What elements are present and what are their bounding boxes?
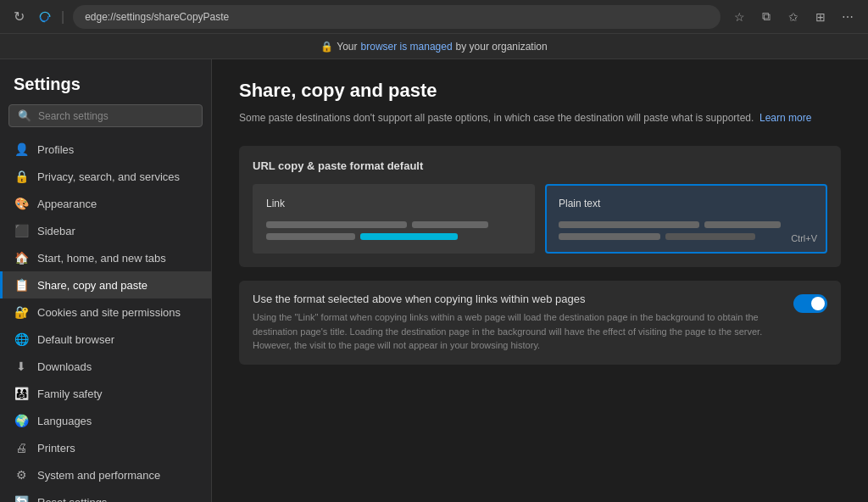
privacy-icon: 🔒: [14, 169, 29, 184]
toolbar-actions: ☆ ⧉ ✩ ⊞ ⋯: [729, 7, 858, 27]
reset-icon: 🔄: [14, 494, 29, 502]
page-title: Share, copy and paste: [239, 80, 841, 102]
url-text: edge://settings/shareCopyPaste: [85, 11, 229, 23]
cookies-icon: 🔐: [14, 304, 29, 320]
content-area: Share, copy and paste Some paste destina…: [212, 59, 868, 502]
title-separator: |: [61, 9, 64, 25]
languages-icon: 🌍: [14, 413, 29, 428]
sidebar-item-downloads[interactable]: ⬇ Downloads: [0, 353, 211, 380]
downloads-label: Downloads: [37, 360, 92, 373]
plain-preview-lines: [559, 221, 814, 240]
reload-button[interactable]: ↻: [10, 8, 27, 25]
link-line-3: [266, 233, 355, 240]
toggle-row: Use the format selected above when copyi…: [239, 281, 841, 365]
favorites-icon[interactable]: ☆: [729, 7, 749, 27]
sidebar-item-languages[interactable]: 🌍 Languages: [0, 407, 211, 434]
privacy-label: Privacy, search, and services: [37, 170, 180, 183]
format-plain-label: Plain text: [559, 198, 814, 209]
sidebar-item-reset[interactable]: 🔄 Reset settings: [0, 488, 211, 502]
sidebar-item-start-home[interactable]: 🏠 Start, home, and new tabs: [0, 244, 211, 271]
page-subtitle: Some paste destinations don't support al…: [239, 110, 841, 126]
format-link-label: Link: [266, 198, 521, 209]
url-section-title: URL copy & paste format default: [253, 159, 827, 172]
cookies-label: Cookies and site permissions: [37, 306, 181, 319]
main-layout: Settings 🔍 👤 Profiles 🔒 Privacy, search,…: [0, 59, 868, 502]
family-icon: 👨‍👩‍👧: [14, 386, 29, 401]
share-icon: 📋: [14, 277, 29, 293]
system-label: System and performance: [37, 469, 160, 482]
notification-text-after: by your organization: [456, 41, 548, 53]
url-format-card: URL copy & paste format default Link: [239, 146, 841, 267]
link-preview-lines: [266, 221, 521, 240]
link-line-accent: [360, 233, 457, 240]
learn-more-link[interactable]: Learn more: [760, 112, 811, 124]
shortcut-label: Ctrl+V: [791, 233, 817, 243]
plain-line-4: [665, 233, 754, 240]
family-safety-label: Family safety: [37, 388, 103, 400]
search-icon: 🔍: [18, 109, 31, 122]
notification-bar: 🔒 Your browser is managed by your organi…: [0, 34, 868, 59]
home-icon: 🏠: [14, 250, 29, 265]
profiles-icon: 👤: [14, 142, 29, 157]
tab-actions-icon[interactable]: ⧉: [756, 7, 776, 27]
printers-icon: 🖨: [14, 440, 29, 455]
toggle-track[interactable]: [793, 294, 827, 313]
sidebar-item-default-browser[interactable]: 🌐 Default browser: [0, 326, 211, 353]
edge-logo: [36, 8, 53, 25]
plain-line-3: [559, 233, 660, 240]
sidebar-item-appearance[interactable]: 🎨 Appearance: [0, 190, 211, 217]
notification-lock-icon: 🔒: [320, 41, 333, 53]
search-input[interactable]: [38, 110, 193, 122]
sidebar-item-printers[interactable]: 🖨 Printers: [0, 434, 211, 461]
notification-link[interactable]: browser is managed: [361, 41, 453, 53]
sidebar-item-system[interactable]: ⚙ System and performance: [0, 461, 211, 488]
format-link-card[interactable]: Link: [253, 184, 535, 254]
collections-icon[interactable]: ⊞: [810, 7, 831, 27]
sidebar-label: Sidebar: [37, 225, 75, 237]
plain-line-2: [704, 221, 781, 228]
reset-label: Reset settings: [37, 496, 107, 503]
sidebar-item-share-copy-paste[interactable]: 📋 Share, copy and paste: [0, 271, 211, 298]
toggle-label: Use the format selected above when copyi…: [253, 293, 780, 305]
system-icon: ⚙: [14, 467, 29, 482]
reading-list-icon[interactable]: ✩: [783, 7, 804, 27]
titlebar: ↻ | edge://settings/shareCopyPaste ☆ ⧉ ✩…: [0, 0, 868, 34]
link-line-2: [412, 221, 488, 228]
share-label: Share, copy and paste: [37, 279, 147, 292]
more-icon[interactable]: ⋯: [837, 7, 858, 27]
sidebar-title: Settings: [0, 59, 211, 104]
downloads-icon: ⬇: [14, 359, 29, 374]
notification-text-before: Your: [337, 41, 357, 53]
address-bar[interactable]: edge://settings/shareCopyPaste: [73, 5, 721, 29]
sidebar-item-sidebar[interactable]: ⬛ Sidebar: [0, 217, 211, 244]
toggle-description: Using the "Link" format when copying lin…: [253, 310, 780, 353]
sidebar-item-cookies[interactable]: 🔐 Cookies and site permissions: [0, 298, 211, 326]
sidebar-item-profiles[interactable]: 👤 Profiles: [0, 136, 211, 163]
toggle-thumb: [811, 297, 825, 310]
printers-label: Printers: [37, 442, 75, 455]
toggle-info: Use the format selected above when copyi…: [253, 293, 780, 353]
plain-line-1: [559, 221, 699, 228]
start-home-label: Start, home, and new tabs: [37, 252, 166, 265]
subtitle-text: Some paste destinations don't support al…: [239, 112, 754, 124]
link-line-1: [266, 221, 407, 228]
toggle-switch[interactable]: [793, 294, 827, 313]
default-browser-label: Default browser: [37, 333, 114, 346]
profiles-label: Profiles: [37, 143, 74, 156]
browser-icon: 🌐: [14, 332, 29, 347]
format-options: Link Plain text: [253, 184, 827, 254]
appearance-icon: 🎨: [14, 196, 29, 211]
sidebar-item-family-safety[interactable]: 👨‍👩‍👧 Family safety: [0, 380, 211, 407]
search-box[interactable]: 🔍: [8, 104, 203, 127]
appearance-label: Appearance: [37, 198, 97, 210]
sidebar: Settings 🔍 👤 Profiles 🔒 Privacy, search,…: [0, 59, 212, 502]
sidebar-item-privacy[interactable]: 🔒 Privacy, search, and services: [0, 163, 211, 190]
sidebar-icon: ⬛: [14, 223, 29, 238]
format-plain-card[interactable]: Plain text Ctrl+V: [545, 184, 827, 254]
languages-label: Languages: [37, 415, 92, 427]
